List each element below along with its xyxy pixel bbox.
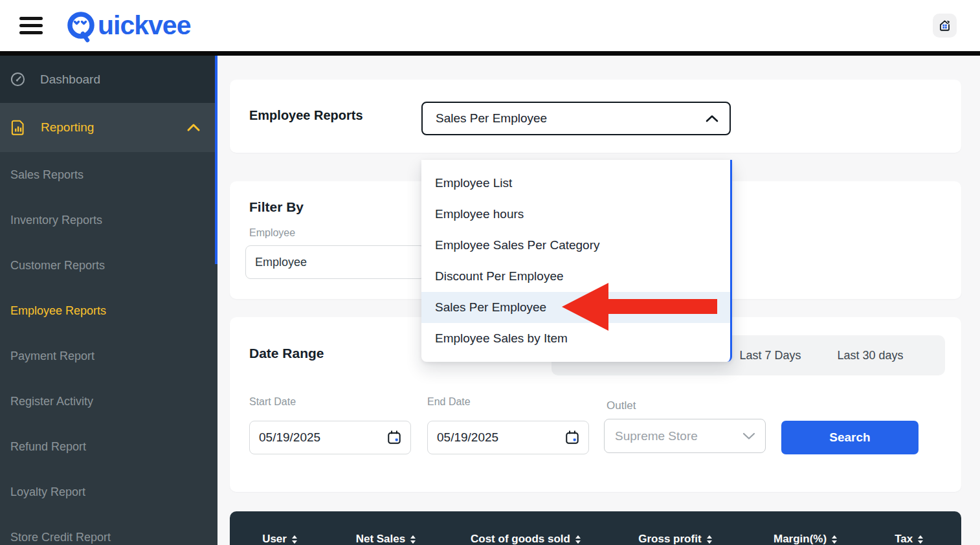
sidebar-item-register-activity[interactable]: Register Activity: [0, 379, 217, 424]
sort-icon: [832, 535, 837, 544]
column-label: Gross profit: [638, 533, 701, 545]
dropdown-option-employee-sales-per-category[interactable]: Employee Sales Per Category: [421, 230, 730, 261]
sidebar-item-label: Reporting: [41, 120, 186, 135]
sidebar-item-dashboard[interactable]: Dashboard: [0, 56, 217, 103]
dropdown-option-label: Employee hours: [435, 207, 524, 221]
sidebar-item-label: Refund Report: [10, 440, 86, 454]
sort-icon: [410, 535, 416, 544]
report-type-value: Sales Per Employee: [436, 111, 705, 126]
quickvee-logo[interactable]: uickvee: [66, 9, 190, 43]
quick-range-label: Last 7 Days: [739, 349, 801, 362]
dropdown-option-label: Sales Per Employee: [435, 300, 546, 315]
sort-icon: [707, 535, 712, 544]
sidebar-item-refund-report[interactable]: Refund Report: [0, 424, 217, 469]
app-screen: uickvee Dashboard: [0, 0, 980, 545]
employee-reports-label: Employee Reports: [249, 108, 363, 123]
date-range-title: Date Range: [249, 346, 324, 361]
dropdown-option-employee-sales-by-item[interactable]: Employee Sales by Item: [421, 323, 730, 354]
logo-q-icon: [66, 9, 97, 43]
header-divider: [0, 51, 980, 56]
column-label: User: [262, 533, 287, 545]
home-grid-icon: [938, 19, 952, 32]
sidebar-item-store-credit-report[interactable]: Store Credit Report: [0, 515, 217, 545]
sidebar-item-loyalty-report[interactable]: Loyalty Report: [0, 469, 217, 515]
home-apps-button[interactable]: [933, 14, 957, 38]
table-header-cost-of-goods-sold[interactable]: Cost of goods sold: [449, 533, 603, 545]
employee-reports-card: Employee Reports Sales Per Employee Empl…: [230, 80, 961, 153]
chevron-down-icon: [742, 432, 756, 441]
column-label: Cost of goods sold: [471, 533, 570, 545]
table-header-margin[interactable]: Margin(%): [748, 533, 863, 545]
quick-range-last-7-days[interactable]: Last 7 Days: [739, 349, 801, 362]
sidebar-item-reporting[interactable]: Reporting: [0, 103, 217, 152]
sort-icon: [575, 535, 581, 544]
dropdown-option-label: Discount Per Employee: [435, 269, 564, 284]
table-header-user[interactable]: User: [236, 533, 323, 545]
search-button[interactable]: Search: [781, 421, 919, 454]
calendar-icon[interactable]: [564, 430, 580, 445]
sidebar-item-label: Payment Report: [10, 350, 95, 363]
table-header-net-sales[interactable]: Net Sales: [323, 533, 449, 545]
sort-icon: [292, 535, 297, 544]
column-label: Tax: [895, 533, 913, 545]
dropdown-option-discount-per-employee[interactable]: Discount Per Employee: [421, 261, 730, 292]
chevron-up-icon: [705, 114, 719, 123]
top-bar: uickvee: [0, 0, 980, 51]
logo-text: uickvee: [98, 10, 190, 41]
sort-icon: [918, 535, 923, 544]
sidebar-item-label: Customer Reports: [10, 259, 105, 272]
report-type-dropdown: Employee List Employee hours Employee Sa…: [421, 160, 732, 362]
employee-input[interactable]: [245, 245, 425, 279]
calendar-icon[interactable]: [386, 430, 402, 445]
main-content: Employee Reports Sales Per Employee Empl…: [217, 56, 980, 545]
quick-range-label: Last 30 days: [838, 349, 904, 362]
column-label: Margin(%): [774, 533, 827, 545]
table-header-row: User Net Sales Cost of goods sold Gross …: [230, 511, 961, 545]
quick-range-last-30-days[interactable]: Last 30 days: [838, 349, 904, 362]
dropdown-option-employee-list[interactable]: Employee List: [421, 168, 730, 199]
report-type-select[interactable]: Sales Per Employee: [421, 102, 731, 135]
sidebar-item-label: Inventory Reports: [10, 214, 102, 227]
dropdown-option-label: Employee Sales by Item: [435, 331, 568, 346]
sidebar-item-label: Loyalty Report: [10, 485, 85, 499]
reporting-report-icon: [10, 118, 27, 137]
reporting-submenu: Sales Reports Inventory Reports Customer…: [0, 152, 217, 545]
dropdown-option-employee-hours[interactable]: Employee hours: [421, 199, 730, 230]
employee-field-label: Employee: [249, 227, 295, 239]
end-date-input[interactable]: [437, 430, 534, 445]
outlet-select[interactable]: Supreme Store: [604, 419, 766, 453]
sidebar-item-inventory-reports[interactable]: Inventory Reports: [0, 197, 217, 243]
sidebar-item-payment-report[interactable]: Payment Report: [0, 333, 217, 379]
sidebar: Dashboard Reporting Sales Reports Invent…: [0, 56, 217, 545]
outlet-label: Outlet: [607, 399, 636, 412]
start-date-field: [249, 421, 411, 454]
hamburger-menu-icon[interactable]: [19, 16, 44, 36]
sidebar-item-employee-reports[interactable]: Employee Reports: [0, 288, 217, 333]
sidebar-item-label: Store Credit Report: [10, 531, 111, 544]
sidebar-item-label: Employee Reports: [10, 304, 106, 318]
column-label: Net Sales: [356, 533, 406, 545]
dropdown-option-sales-per-employee[interactable]: Sales Per Employee: [421, 292, 730, 323]
results-table-card: User Net Sales Cost of goods sold Gross …: [230, 511, 961, 545]
end-date-field: [427, 421, 589, 454]
sidebar-item-sales-reports[interactable]: Sales Reports: [0, 152, 217, 197]
sidebar-item-label: Register Activity: [10, 395, 93, 408]
dropdown-option-label: Employee List: [435, 176, 512, 190]
filter-by-title: Filter By: [249, 199, 304, 215]
start-date-input[interactable]: [259, 430, 356, 445]
end-date-label: End Date: [427, 396, 471, 408]
dashboard-gauge-icon: [10, 71, 26, 87]
sidebar-item-label: Dashboard: [40, 72, 201, 87]
sidebar-item-customer-reports[interactable]: Customer Reports: [0, 243, 217, 288]
dropdown-option-label: Employee Sales Per Category: [435, 238, 600, 252]
outlet-value: Supreme Store: [615, 429, 742, 443]
table-header-gross-profit[interactable]: Gross profit: [603, 533, 747, 545]
sidebar-item-label: Sales Reports: [10, 168, 84, 182]
start-date-label: Start Date: [249, 396, 296, 408]
chevron-up-icon: [186, 123, 201, 132]
table-header-tax[interactable]: Tax: [863, 533, 955, 545]
